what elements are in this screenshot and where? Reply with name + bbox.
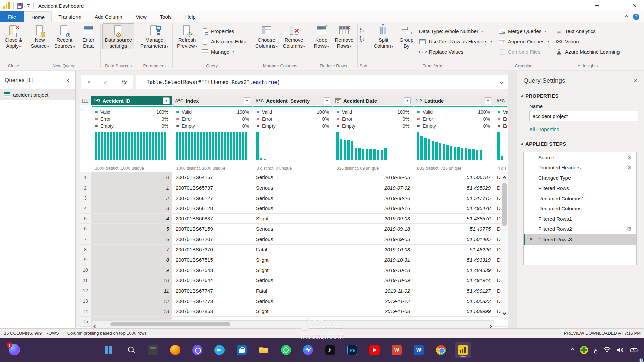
quick-access-toolbar-dropdown-icon[interactable]: ▾ [27, 4, 30, 7]
new-source-button[interactable]: NewSource▾ [29, 23, 51, 50]
status-profiling-note[interactable]: Column profiling based on top 1000 rows [67, 331, 147, 336]
column-header-accident-date[interactable]: Accident Date▼ [333, 96, 413, 105]
collapse-ribbon-icon[interactable] [624, 15, 628, 19]
tray-app-icon[interactable] [580, 346, 588, 354]
cell-accident-severity[interactable]: Serious [253, 183, 333, 193]
cell-accident-id[interactable]: 13 [91, 306, 172, 317]
close-button[interactable]: × [625, 0, 644, 11]
cell-index[interactable]: 200701BS66128 [172, 203, 253, 214]
volume-icon[interactable] [617, 347, 624, 353]
cell-latitude[interactable]: 51.488576 [413, 214, 494, 224]
tray-overflow-icon[interactable] [571, 348, 574, 352]
scroll-down-icon[interactable] [503, 310, 506, 316]
row-number[interactable]: 7 [80, 234, 91, 245]
filter-button-accident-severity[interactable]: ▼ [324, 97, 330, 104]
remove-columns-button[interactable]: ×RemoveColumns▾ [281, 23, 307, 50]
row-number[interactable]: 5 [80, 214, 91, 224]
help-icon[interactable]: ? [633, 14, 639, 20]
wifi-icon[interactable] [603, 347, 611, 353]
vertical-scrollbar-thumb[interactable] [502, 183, 507, 226]
notification-app-icon[interactable]: 1 [9, 344, 20, 355]
row-number[interactable]: 14 [80, 306, 91, 317]
cell-accident-date[interactable]: 2019-09-05 [333, 234, 413, 245]
menu-tab-help[interactable]: Help [179, 11, 202, 22]
cell-latitude[interactable]: 51.517715 [413, 193, 494, 203]
cell-index[interactable]: 200701BS66127 [172, 193, 253, 203]
step-settings-gear-icon[interactable]: ⚙ [627, 226, 632, 232]
cell-latitude[interactable]: 51.493319 [413, 255, 494, 265]
cell-accident-severity[interactable]: Fatal [253, 286, 333, 296]
cell-accident-date[interactable]: 2019-10-31 [333, 255, 413, 265]
row-number[interactable]: 11 [80, 275, 91, 286]
cell-index[interactable]: 200701BS67370 [172, 245, 253, 255]
cell-accident-severity[interactable]: Serious [253, 234, 333, 245]
taskbar-clock[interactable]: 7:15 PM 2024-12-28 [639, 358, 643, 362]
applied-step-source[interactable]: Source⚙ [524, 152, 636, 163]
close-apply-button[interactable]: ×↑Close &Apply▾ [2, 23, 25, 50]
row-number[interactable]: 1 [80, 172, 91, 183]
row-number[interactable]: 13 [80, 296, 91, 306]
cell-latitude[interactable]: 51.49775 [413, 224, 494, 234]
youtube-taskbar-icon[interactable] [366, 342, 383, 358]
column-header-accident-severity[interactable]: ABCAccident_Severity▼ [253, 96, 333, 105]
minimize-button[interactable] [588, 0, 606, 11]
messenger-taskbar-icon[interactable] [300, 342, 316, 358]
column-header-partial-column[interactable]: ABC [494, 96, 508, 105]
cell-index[interactable]: 200701BS67747 [172, 286, 253, 296]
start-taskbar-icon[interactable] [101, 342, 117, 358]
cell-accident-date[interactable]: 2019-10-18 [333, 265, 413, 275]
cell-accident-severity[interactable]: Serious [253, 224, 333, 234]
cell-latitude[interactable]: 51.495478 [413, 203, 494, 214]
azure-machine-learning-button[interactable]: Azure Machine Learning [554, 47, 621, 56]
save-icon[interactable] [17, 3, 23, 9]
cell-accident-severity[interactable]: Fatal [253, 245, 333, 255]
cell-index[interactable]: 200701BS67207 [172, 234, 253, 245]
applied-step-promoted-headers[interactable]: Promoted Headers⚙ [524, 163, 636, 173]
cell-accident-date[interactable]: 2019-07-02 [333, 183, 413, 193]
wps-taskbar-icon[interactable]: W [389, 342, 405, 358]
cell-latitude[interactable]: 51.491944 [413, 275, 494, 286]
chrome-taskbar-icon[interactable] [433, 342, 449, 358]
cell-latitude[interactable]: 51.499127 [413, 286, 494, 296]
cell-accident-id[interactable]: 6 [91, 234, 172, 245]
viber-taskbar-icon[interactable] [189, 342, 205, 358]
cell-accident-severity[interactable]: Serious [253, 203, 333, 214]
telegram-taskbar-icon[interactable] [211, 342, 228, 358]
split-column-button[interactable]: ▾SplitColumn▾ [371, 23, 395, 50]
cell-latitude[interactable]: 51.500823 [413, 296, 494, 306]
cell-accident-severity[interactable]: Slight [253, 306, 333, 317]
merge-queries-button[interactable]: ↪Merge Queries▾ [497, 27, 550, 36]
cell-accident-id[interactable]: 1 [91, 183, 172, 193]
group-by-button[interactable]: GroupBy [396, 23, 417, 49]
formula-input[interactable]: = Table.SelectRows(#"Filtered Rows2", ea… [136, 75, 508, 89]
word-taskbar-icon[interactable]: W [411, 342, 427, 358]
use-first-row-as-headers-button[interactable]: Use First Row as Headers▾ [417, 37, 493, 46]
restore-button[interactable] [606, 0, 625, 11]
scroll-up-icon[interactable] [503, 175, 506, 181]
select-all-button[interactable]: ▾ [80, 96, 91, 105]
filter-button-accident-date[interactable]: ▼ [404, 97, 411, 104]
cell-index[interactable]: 200701BS67515 [172, 255, 253, 265]
cell-accident-id[interactable]: 4 [91, 214, 172, 224]
applied-step-changed-type[interactable]: Changed Type [524, 173, 636, 183]
cell-index[interactable]: 200701BS66837 [172, 214, 253, 224]
replace-values-button[interactable]: 1→2Replace Values [417, 47, 493, 56]
applied-step-filtered-rows2[interactable]: Filtered Rows2⚙ [524, 224, 636, 235]
cell-accident-id[interactable]: 9 [91, 265, 172, 275]
recent-sources-button[interactable]: RecentSources▾ [52, 23, 78, 50]
battery-icon[interactable] [630, 348, 639, 353]
cell-accident-date[interactable]: 2019-08-26 [333, 193, 413, 203]
row-number[interactable]: 4 [80, 203, 91, 214]
cell-accident-date[interactable]: 2019-10-03 [333, 245, 413, 255]
horizontal-scrollbar-thumb[interactable] [110, 322, 230, 326]
cell-accident-severity[interactable]: Serious [253, 275, 333, 286]
cell-accident-date[interactable]: 2019-09-18 [333, 224, 413, 234]
cancel-formula-icon[interactable]: × [87, 79, 91, 86]
data-source-settings-button[interactable]: ⚙Data sourcesettings [102, 23, 134, 49]
cell-latitude[interactable]: 51.484539 [413, 265, 494, 275]
row-number[interactable]: 12 [80, 286, 91, 296]
cell-accident-severity[interactable]: Slight [253, 255, 333, 265]
sort-ascending-button[interactable]: AZ↓ [359, 28, 365, 34]
cell-latitude[interactable]: 51.495029 [413, 183, 494, 193]
row-number[interactable]: 10 [80, 265, 91, 275]
